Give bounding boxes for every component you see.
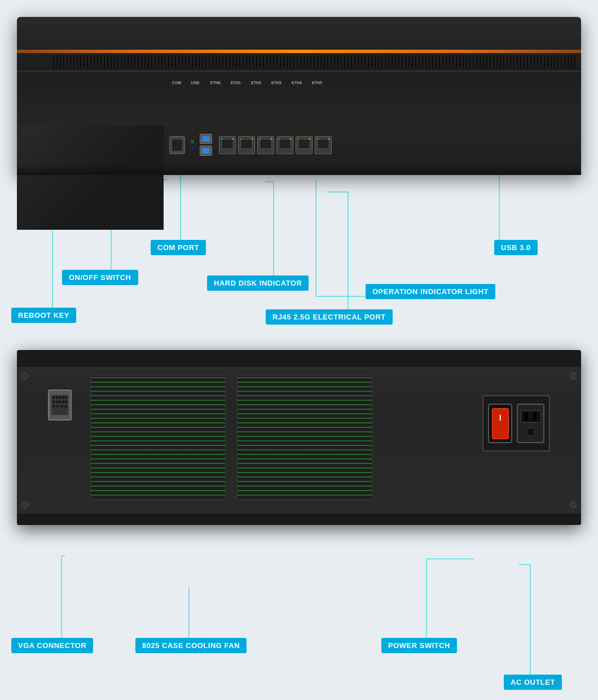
- vga-row3: [51, 404, 68, 409]
- eth-port-3: [276, 136, 293, 154]
- bottom-device: [17, 350, 581, 559]
- led-indicators: [191, 140, 194, 150]
- bottom-top-bar: [17, 350, 581, 367]
- eth5-label: ETH5: [312, 81, 322, 85]
- fan-grille-1: [90, 375, 226, 500]
- vga-hole: [65, 405, 67, 408]
- vga-hole: [56, 401, 58, 403]
- vga-hole: [62, 396, 64, 399]
- eth-port-0: [219, 136, 236, 154]
- eth5-led-right: [328, 138, 330, 140]
- eth0-label: ETH0: [210, 81, 221, 85]
- screw-tl: [21, 373, 28, 379]
- vga-hole: [61, 405, 63, 408]
- eth-ports: [219, 136, 332, 154]
- fan-grille-2-inner: [238, 376, 372, 499]
- vga-hole: [65, 396, 67, 399]
- vga-inner: [51, 395, 68, 415]
- eth5-led-left: [316, 138, 319, 140]
- fan-grille-2: [237, 375, 372, 500]
- hard-disk-indicator-label: HARD DISK INDICATOR: [207, 275, 309, 291]
- eth3-label: ETH3: [271, 81, 282, 85]
- operation-indicator-light-label: OPERATION INDICATOR LIGHT: [366, 284, 495, 299]
- com-port-label: COM PORT: [151, 240, 206, 255]
- vga-hole: [59, 396, 61, 399]
- com-label-small: COM: [172, 81, 181, 85]
- vga-hole: [52, 401, 55, 403]
- top-device: COM USB ETH0 ETH1 ETH2 ETH3 ETH4: [17, 17, 581, 220]
- eth3-led-left: [278, 138, 280, 140]
- cooling-fan-label: 8025 CASE COOLING FAN: [135, 638, 247, 653]
- vga-row1: [51, 395, 68, 400]
- reboot-key-label: REBOOT KEY: [11, 308, 76, 323]
- front-face: COM USB ETH0 ETH1 ETH2 ETH3 ETH4: [17, 71, 581, 175]
- eth1-led-right: [251, 138, 253, 140]
- screw-bl: [21, 501, 28, 508]
- eth2-led-left: [259, 138, 261, 140]
- ac-top-section: [521, 410, 541, 423]
- eth2-label: ETH2: [251, 81, 261, 85]
- vga-hole: [56, 405, 59, 408]
- rj45-label: RJ45 2.5G ELECTRICAL PORT: [266, 309, 393, 325]
- usb-port-1: [200, 134, 212, 144]
- top-vent: [51, 55, 575, 68]
- eth3-led-right: [289, 138, 292, 140]
- eth4-label: ETH4: [292, 81, 302, 85]
- power-area: [482, 395, 550, 452]
- orange-stripe: [17, 50, 581, 53]
- power-switch-label: POWER SWITCH: [381, 638, 457, 653]
- usb3-label: USB 3.0: [494, 240, 538, 255]
- eth-port-1: [238, 136, 255, 154]
- usb-ports: [200, 134, 212, 156]
- eth1-led-left: [240, 138, 242, 140]
- eth-port-5: [315, 136, 332, 154]
- eth4-led-right: [309, 138, 311, 140]
- top-device-body: COM USB ETH0 ETH1 ETH2 ETH3 ETH4: [17, 17, 581, 175]
- com-port-connector: [169, 136, 185, 154]
- vga-hole: [59, 401, 61, 403]
- vga-hole: [52, 405, 55, 408]
- bottom-device-body: [17, 350, 581, 525]
- vga-hole: [62, 401, 64, 403]
- eth4-led-left: [297, 138, 300, 140]
- ac-hole-left: [525, 413, 528, 421]
- eth-port-2: [257, 136, 274, 154]
- eth0-led-right: [232, 138, 234, 140]
- ac-outlet-label: AC OUTLET: [504, 675, 562, 690]
- hdd-led: [191, 140, 194, 143]
- op-led: [191, 147, 194, 150]
- angled-left: [17, 125, 164, 230]
- bottom-bottom-bar: [17, 514, 581, 525]
- ports-area: [169, 134, 332, 156]
- usb-port-2: [200, 146, 212, 156]
- fan-grille-1-inner: [91, 376, 225, 499]
- vga-hole: [65, 401, 67, 403]
- eth2-led-right: [270, 138, 272, 140]
- ac-outlet-connector: [517, 404, 544, 443]
- eth-port-4: [296, 136, 313, 154]
- eth0-led-left: [221, 138, 223, 140]
- vga-hole: [56, 396, 58, 399]
- usb-label-small: USB: [191, 81, 200, 85]
- screw-br: [570, 501, 577, 508]
- power-rocker: [492, 408, 509, 439]
- ac-hole-right: [533, 413, 537, 421]
- vga-connector-label: VGA CONNECTOR: [11, 638, 93, 653]
- eth1-label: ETH1: [231, 81, 241, 85]
- ac-ground: [526, 427, 535, 436]
- screw-tr: [570, 373, 577, 379]
- on-off-switch-label: ON/OFF SWITCH: [62, 270, 138, 285]
- bottom-shadow: [17, 165, 581, 175]
- power-switch-button: [488, 404, 512, 443]
- vga-hole: [52, 396, 55, 399]
- vga-port: [48, 390, 72, 421]
- vga-row2: [51, 400, 68, 404]
